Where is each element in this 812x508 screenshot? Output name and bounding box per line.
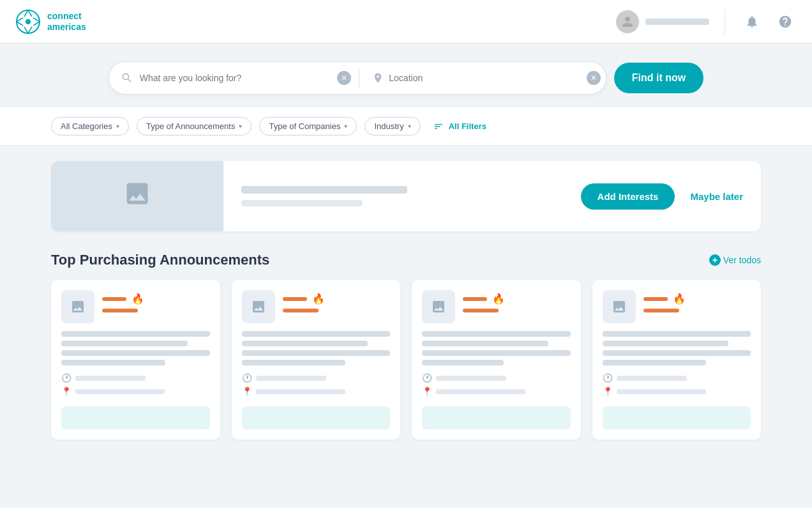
card-thumbnail	[242, 290, 275, 323]
card-thumbnail	[422, 290, 455, 323]
industry-label: Industry	[374, 121, 403, 131]
svg-point-1	[26, 19, 31, 24]
card-meta: 🕐 📍	[603, 373, 751, 396]
chevron-down-icon: ▾	[344, 123, 347, 130]
card-top: 🔥	[422, 290, 571, 323]
logo-icon	[15, 9, 41, 35]
hot-line-2	[643, 309, 751, 312]
location-pin-icon: 📍	[603, 387, 613, 396]
add-interests-button[interactable]: Add Interests	[581, 183, 675, 210]
ver-todos-link[interactable]: + Ver todos	[709, 254, 761, 266]
clock-icon: 🕐	[603, 373, 613, 383]
interests-title-placeholder	[241, 186, 407, 194]
header-divider	[725, 9, 725, 35]
type-of-companies-label: Type of Companies	[269, 121, 340, 131]
location-clear-button[interactable]: ✕	[587, 71, 601, 85]
main-content: Add Interests Maybe later Top Purchasing…	[0, 146, 812, 455]
card-action-button[interactable]	[603, 406, 751, 429]
card-action-button[interactable]	[242, 406, 391, 429]
card-hot-area: 🔥	[102, 290, 210, 312]
interests-image	[51, 161, 223, 231]
card-body	[61, 331, 210, 366]
hot-bar-2	[102, 309, 138, 312]
industry-filter[interactable]: Industry ▾	[365, 117, 420, 135]
hot-line: 🔥	[102, 293, 210, 305]
location-pin-icon: 📍	[422, 387, 432, 396]
type-of-companies-filter[interactable]: Type of Companies ▾	[259, 117, 357, 135]
clock-icon: 🕐	[61, 373, 71, 383]
fire-icon: 🔥	[492, 293, 505, 305]
card-3: 🔥 🕐 📍	[412, 280, 581, 440]
interests-text	[241, 186, 566, 206]
filters-section: All Categories ▾ Type of Announcements ▾…	[0, 107, 812, 146]
search-section: ✕ ✕ Find it now	[0, 43, 812, 107]
search-input[interactable]	[140, 73, 338, 83]
search-icon	[114, 72, 140, 84]
card-hot-area: 🔥	[283, 290, 391, 312]
clock-icon: 🕐	[422, 373, 432, 383]
hot-line-2	[283, 309, 391, 312]
interests-banner: Add Interests Maybe later	[51, 161, 761, 231]
fire-icon: 🔥	[132, 293, 144, 305]
fire-icon: 🔥	[673, 293, 686, 305]
interests-content: Add Interests Maybe later	[223, 171, 761, 222]
card-body	[603, 331, 751, 366]
plus-circle-icon: +	[709, 254, 721, 266]
hot-line-2	[463, 309, 571, 312]
all-categories-label: All Categories	[61, 121, 112, 131]
section-title: Top Purchasing Announcements	[51, 252, 269, 268]
help-button[interactable]	[774, 10, 797, 33]
chevron-down-icon: ▾	[116, 123, 119, 130]
all-categories-filter[interactable]: All Categories ▾	[51, 117, 129, 135]
notification-button[interactable]	[741, 10, 763, 33]
type-of-announcements-filter[interactable]: Type of Announcements ▾	[137, 117, 252, 135]
card-thumbnail	[603, 290, 636, 323]
card-top: 🔥	[603, 290, 751, 323]
card-meta: 🕐 📍	[422, 373, 571, 396]
card-top: 🔥	[61, 290, 210, 323]
hot-line: 🔥	[463, 293, 571, 305]
search-bar: ✕ ✕	[109, 61, 606, 95]
clock-icon: 🕐	[242, 373, 252, 383]
type-of-announcements-label: Type of Announcements	[146, 121, 235, 131]
all-filters-button[interactable]: All Filters	[433, 121, 486, 132]
ver-todos-label: Ver todos	[723, 255, 761, 265]
hot-line: 🔥	[283, 293, 391, 305]
hot-bar	[102, 297, 126, 301]
card-1: 🔥 🕐 📍	[51, 280, 220, 440]
hot-bar-2	[643, 309, 679, 312]
user-name-placeholder	[645, 19, 709, 25]
hot-line-2	[102, 309, 210, 312]
location-input[interactable]	[389, 73, 587, 83]
location-icon	[367, 72, 389, 84]
section-header: Top Purchasing Announcements + Ver todos	[51, 252, 761, 268]
hot-bar	[643, 297, 668, 301]
card-meta: 🕐 📍	[61, 373, 210, 396]
hot-bar	[283, 297, 307, 301]
avatar	[616, 10, 639, 33]
user-menu[interactable]	[616, 10, 709, 33]
hot-bar	[463, 297, 487, 301]
logo[interactable]: connect americas	[15, 9, 86, 35]
find-button[interactable]: Find it now	[614, 63, 703, 93]
hot-line: 🔥	[643, 293, 751, 305]
card-hot-area: 🔥	[463, 290, 571, 312]
card-body	[242, 331, 391, 366]
header: connect americas	[0, 0, 812, 43]
location-pin-icon: 📍	[242, 387, 252, 396]
fire-icon: 🔥	[312, 293, 325, 305]
hot-bar-2	[463, 309, 499, 312]
card-4: 🔥 🕐 📍	[592, 280, 762, 440]
maybe-later-button[interactable]: Maybe later	[690, 191, 743, 202]
card-top: 🔥	[242, 290, 391, 323]
logo-text: connect americas	[47, 11, 86, 33]
all-filters-label: All Filters	[449, 121, 486, 131]
card-hot-area: 🔥	[643, 290, 751, 312]
search-clear-button[interactable]: ✕	[337, 71, 351, 85]
cards-grid: 🔥 🕐 📍	[51, 280, 761, 440]
card-action-button[interactable]	[422, 406, 571, 429]
header-right	[616, 9, 797, 35]
card-action-button[interactable]	[61, 406, 210, 429]
image-placeholder-icon	[123, 180, 151, 213]
chevron-down-icon: ▾	[408, 123, 411, 130]
